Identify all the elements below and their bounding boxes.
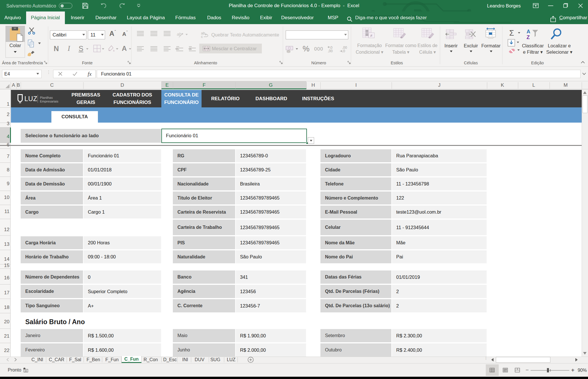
svg-text:,00: ,00	[328, 49, 333, 53]
svg-text:,0: ,0	[342, 49, 345, 53]
svg-text:c: c	[201, 34, 203, 38]
svg-text:A: A	[527, 29, 530, 34]
svg-text:≠: ≠	[370, 33, 372, 38]
svg-text:Z: Z	[527, 34, 530, 40]
